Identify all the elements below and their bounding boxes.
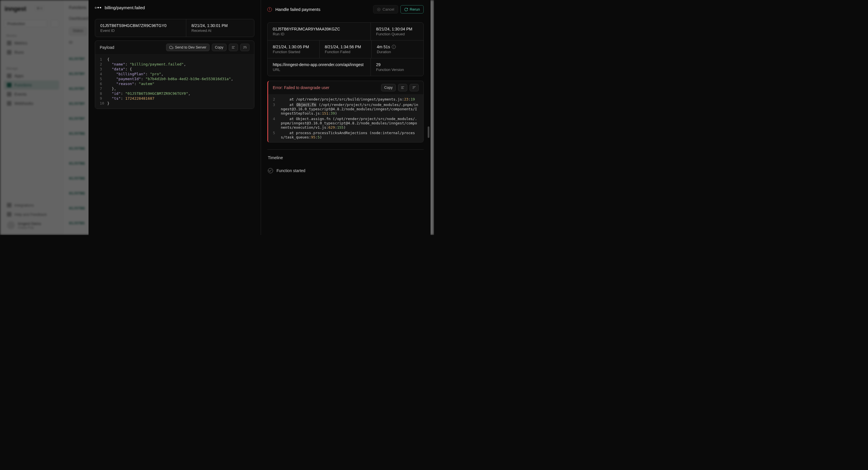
timeline-item-label: Function started <box>277 168 305 173</box>
code-line: 5 "paymentId": "b7b4d1b0-bd6a-4ed2-b19e-… <box>95 76 254 81</box>
scrollbar-thumb[interactable] <box>428 126 429 138</box>
event-id-label: Event ID <box>100 28 181 33</box>
wrap-toggle-button[interactable] <box>229 44 238 51</box>
stack-line: 5 at process.processTicksAndRejections (… <box>268 130 423 140</box>
cloud-icon <box>169 45 173 50</box>
error-title: Error: Failed to downgrade user <box>273 85 330 90</box>
received-at-value: 8/21/24, 1:30:01 PM <box>191 23 249 28</box>
wrap-icon <box>401 86 405 90</box>
timeline-title: Timeline <box>267 155 424 160</box>
code-line: 4 "billingPlan": "pro", <box>95 71 254 76</box>
detail-panel: billing/payment.failed 01J5TB6TS9HGCBM7Z… <box>89 0 431 235</box>
run-id-label: Run ID <box>273 32 365 36</box>
run-title: Handle failed payments <box>275 7 320 12</box>
wrap-icon <box>231 45 236 50</box>
expand-button[interactable] <box>240 44 249 51</box>
url-value: https://inngest-demo-app.onrender.com/ap… <box>273 62 365 67</box>
code-line: 8 "id": "01J5TB6TS9HGCBM7ZR9C96TGY0", <box>95 91 254 96</box>
check-circle-icon <box>268 168 273 173</box>
payload-title: Payload <box>100 45 114 50</box>
copy-payload-button[interactable]: Copy <box>212 44 226 51</box>
refresh-icon <box>404 7 408 11</box>
sort-icon <box>243 45 247 50</box>
run-id-value: 01J5TB6YFRJMCAR9YMAA39KGZC <box>273 27 365 31</box>
code-line: 10} <box>95 101 254 106</box>
run-header: Handle failed payments Cancel Rerun <box>261 0 430 19</box>
rerun-button[interactable]: Rerun <box>400 5 424 13</box>
error-card: Error: Failed to downgrade user Copy 2 a… <box>267 81 424 143</box>
event-icon <box>95 7 101 9</box>
code-line: 1{ <box>95 57 254 62</box>
event-meta-card: 01J5TB6TS9HGCBM7ZR9C96TGY0 Event ID 8/21… <box>95 19 254 37</box>
failed-value: 8/21/24, 1:34:56 PM <box>325 44 366 49</box>
stack-line: 2 at /opt/render/project/src/build/innge… <box>268 97 423 102</box>
wrap-error-button[interactable] <box>398 84 407 91</box>
event-header: billing/payment.failed <box>89 0 261 15</box>
code-line: 9 "ts": 1724228481687 <box>95 96 254 101</box>
received-at-label: Received At <box>191 28 249 33</box>
stack-line: 4 at Object.assign.fn (/opt/render/proje… <box>268 116 423 130</box>
cancel-icon <box>377 7 381 11</box>
version-label: Function Version <box>376 67 418 72</box>
code-line: 3 "data": { <box>95 67 254 71</box>
event-id-value: 01J5TB6TS9HGCBM7ZR9C96TGY0 <box>100 23 181 28</box>
cancel-button[interactable]: Cancel <box>373 5 398 13</box>
send-to-dev-server-button[interactable]: Send to Dev Server <box>166 44 210 51</box>
started-label: Function Started <box>273 50 314 54</box>
error-stacktrace: 2 at /opt/render/project/src/build/innge… <box>268 94 423 142</box>
duration-label: Duration <box>377 50 418 54</box>
code-line: 6 "reason": "autem" <box>95 81 254 86</box>
copy-error-button[interactable]: Copy <box>381 84 396 91</box>
timeline-section: Timeline Function started <box>267 149 424 176</box>
queued-label: Function Queued <box>376 32 418 36</box>
code-line: 7 }, <box>95 86 254 91</box>
failed-label: Function Failed <box>325 50 366 54</box>
payload-section: Payload Send to Dev Server Copy 1{2 "nam… <box>95 40 254 109</box>
stack-line: 3 at Object.fn (/opt/render/project/src/… <box>268 102 423 116</box>
sort-icon <box>412 86 416 90</box>
info-icon[interactable]: i <box>392 45 396 49</box>
alert-icon <box>267 7 272 12</box>
code-line: 2 "name": "billing/payment.failed", <box>95 62 254 67</box>
event-title: billing/payment.failed <box>104 5 145 10</box>
expand-error-button[interactable] <box>409 84 419 91</box>
duration-value: 4m 51s i <box>377 44 418 49</box>
url-label: URL <box>273 67 365 72</box>
version-value: 29 <box>376 62 418 67</box>
timeline-item[interactable]: Function started <box>267 166 424 176</box>
payload-code: 1{2 "name": "billing/payment.failed",3 "… <box>95 54 254 108</box>
queued-value: 8/21/24, 1:30:04 PM <box>376 27 418 31</box>
run-meta-card: 01J5TB6YFRJMCAR9YMAA39KGZC Run ID 8/21/2… <box>267 23 424 76</box>
started-value: 8/21/24, 1:30:05 PM <box>273 44 314 49</box>
